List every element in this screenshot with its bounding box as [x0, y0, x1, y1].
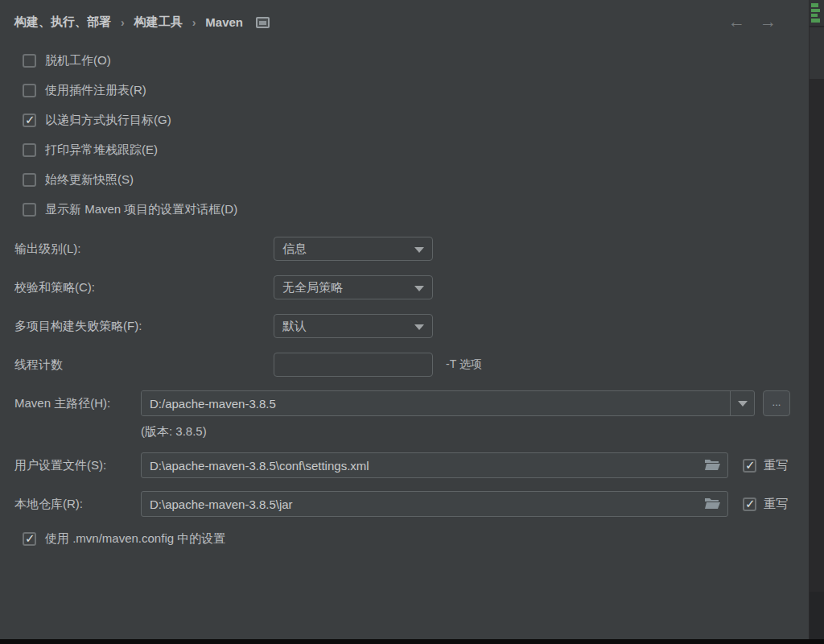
maven-home-row: Maven 主路径(H): ...	[14, 390, 809, 416]
multiproject-fail-policy-label: 多项目构建失败策略(F):	[14, 319, 274, 334]
user-settings-override-checkbox[interactable]	[743, 459, 756, 473]
plugin-registry-checkbox[interactable]	[23, 84, 36, 97]
background-strip-mid	[810, 27, 824, 79]
bottom-window-edge	[0, 639, 824, 644]
offline-checkbox[interactable]	[23, 54, 36, 68]
user-settings-input[interactable]	[141, 452, 728, 478]
local-repo-override-checkbox[interactable]	[743, 497, 756, 511]
plugin-registry-label: 使用插件注册表(R)	[45, 83, 146, 98]
output-level-value: 信息	[282, 242, 307, 257]
local-repo-label: 本地仓库(R):	[14, 497, 141, 512]
maven-config-row: 使用 .mvn/maven.config 中的设置	[23, 530, 809, 548]
show-dialog-label: 显示新 Maven 项目的设置对话框(D)	[45, 202, 237, 217]
breadcrumb-separator-icon: ›	[192, 16, 196, 29]
breadcrumb: 构建、执行、部署 › 构建工具 › Maven	[14, 14, 809, 30]
show-dialog-checkbox[interactable]	[23, 203, 36, 217]
offline-label: 脱机工作(O)	[45, 53, 111, 68]
recursive-checkbox[interactable]	[23, 114, 36, 127]
thread-count-label: 线程计数	[14, 357, 274, 373]
output-level-label: 输出级别(L):	[14, 242, 274, 257]
maven-home-label: Maven 主路径(H):	[14, 396, 141, 411]
chevron-down-icon	[414, 247, 424, 253]
checksum-policy-label: 校验和策略(C):	[14, 280, 274, 295]
maven-home-browse-button[interactable]: ...	[763, 390, 790, 416]
maven-settings-panel: 构建、执行、部署 › 构建工具 › Maven ← → 脱机工作(O) 使用插件…	[0, 0, 809, 639]
local-repo-input[interactable]	[141, 491, 728, 517]
thread-count-row: 线程计数 -T 选项	[14, 353, 809, 377]
thread-count-hint: -T 选项	[446, 357, 482, 372]
checksum-policy-select[interactable]: 无全局策略	[274, 275, 433, 299]
maven-home-input[interactable]	[142, 391, 730, 415]
breadcrumb-build-exec-deploy[interactable]: 构建、执行、部署	[14, 14, 111, 30]
output-level-row: 输出级别(L): 信息	[14, 237, 809, 261]
update-snapshots-checkbox[interactable]	[23, 173, 36, 187]
chevron-down-icon	[414, 286, 424, 291]
checkbox-row-recursive: 以递归方式执行目标(G)	[23, 111, 809, 130]
back-arrow-icon[interactable]: ←	[728, 13, 745, 31]
recursive-label: 以递归方式执行目标(G)	[45, 113, 171, 128]
window-dialog-icon[interactable]	[256, 17, 270, 28]
user-settings-row: 用户设置文件(S): 重写	[14, 452, 809, 478]
maven-version-note: (版本: 3.8.5)	[141, 424, 809, 440]
chevron-down-icon	[414, 324, 424, 330]
print-stacktrace-checkbox[interactable]	[23, 143, 36, 157]
checkbox-row-offline: 脱机工作(O)	[23, 52, 809, 70]
checksum-policy-row: 校验和策略(C): 无全局策略	[14, 275, 809, 299]
breadcrumb-maven[interactable]: Maven	[205, 15, 243, 29]
open-folder-icon[interactable]	[704, 458, 720, 471]
maven-config-label: 使用 .mvn/maven.config 中的设置	[45, 531, 225, 547]
background-strip-top	[810, 0, 824, 27]
checksum-policy-value: 无全局策略	[282, 280, 343, 295]
maven-config-checkbox[interactable]	[23, 532, 36, 546]
settings-header: 构建、执行、部署 › 构建工具 › Maven ← →	[14, 0, 809, 37]
checkbox-row-update-snapshots: 始终更新快照(S)	[23, 171, 809, 189]
user-settings-label: 用户设置文件(S):	[14, 458, 141, 473]
user-settings-override: 重写	[743, 458, 788, 473]
multiproject-fail-policy-row: 多项目构建失败策略(F): 默认	[14, 314, 809, 338]
multiproject-fail-policy-value: 默认	[282, 319, 307, 334]
checkbox-row-show-dialog: 显示新 Maven 项目的设置对话框(D)	[23, 200, 809, 219]
open-folder-icon[interactable]	[704, 497, 720, 510]
breadcrumb-build-tools[interactable]: 构建工具	[134, 14, 183, 30]
green-artifact-icon	[811, 3, 820, 24]
checkbox-row-print-stacktrace: 打印异常堆栈跟踪(E)	[23, 141, 809, 159]
background-strip-bottom	[810, 592, 824, 644]
local-repo-override: 重写	[743, 497, 788, 512]
local-repo-row: 本地仓库(R): 重写	[14, 491, 809, 517]
maven-home-combobox[interactable]	[141, 390, 755, 416]
checkbox-row-plugin-registry: 使用插件注册表(R)	[23, 81, 809, 100]
update-snapshots-label: 始终更新快照(S)	[45, 172, 134, 188]
breadcrumb-separator-icon: ›	[121, 16, 125, 29]
chevron-down-icon	[738, 401, 748, 407]
print-stacktrace-label: 打印异常堆栈跟踪(E)	[45, 142, 158, 158]
background-ide-strip	[809, 0, 824, 644]
forward-arrow-icon[interactable]: →	[760, 13, 777, 31]
thread-count-input[interactable]	[274, 353, 433, 377]
user-settings-override-label: 重写	[764, 458, 788, 473]
multiproject-fail-policy-select[interactable]: 默认	[274, 314, 433, 338]
output-level-select[interactable]: 信息	[274, 237, 433, 261]
local-repo-override-label: 重写	[764, 497, 788, 512]
maven-home-dropdown-button[interactable]	[730, 391, 754, 415]
